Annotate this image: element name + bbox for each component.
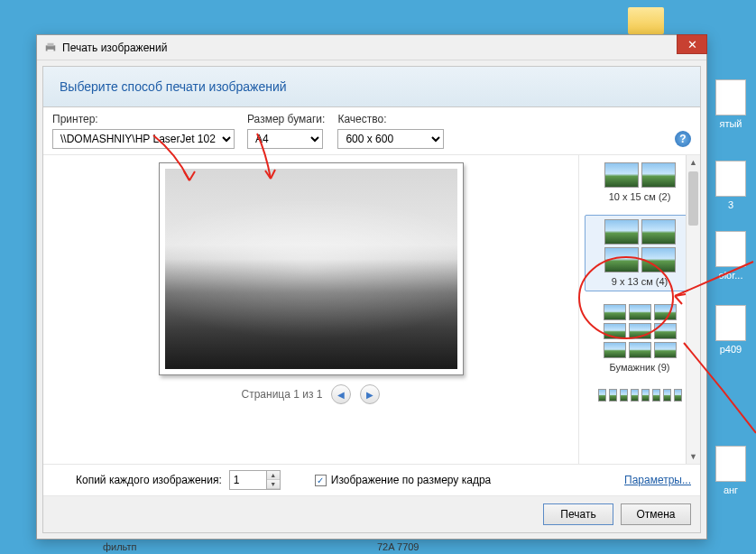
layout-option-wallet[interactable]: Бумажник (9) bbox=[585, 300, 695, 376]
page-preview bbox=[159, 162, 464, 375]
layout-thumb bbox=[588, 162, 691, 188]
fit-frame-checkbox[interactable]: ✓ bbox=[315, 475, 327, 486]
instruction-header: Выберите способ печати изображений bbox=[43, 67, 700, 107]
titlebar: Печать изображений ✕ bbox=[37, 35, 706, 60]
desktop-label: анг bbox=[709, 485, 752, 495]
layout-thumb bbox=[588, 304, 691, 358]
layout-scrollbar[interactable]: ▲ ▼ bbox=[686, 155, 700, 464]
quality-group: Качество: 600 x 600 bbox=[337, 113, 444, 149]
fit-frame-option[interactable]: ✓ Изображение по размеру кадра bbox=[315, 474, 491, 486]
main-area: Страница 1 из 1 ◀ ▶ 10 x 15 см (2) bbox=[43, 155, 700, 465]
file-icon bbox=[715, 231, 746, 267]
scroll-up-icon[interactable]: ▲ bbox=[687, 155, 700, 170]
chevron-right-icon: ▶ bbox=[366, 390, 373, 400]
printer-select[interactable]: \\DOMASHNIY\HP LaserJet 1020 bbox=[52, 129, 235, 149]
spin-up-button[interactable]: ▲ bbox=[267, 471, 280, 480]
quality-select[interactable]: 600 x 600 bbox=[337, 129, 444, 149]
footer-text-left: фильтп bbox=[103, 541, 136, 552]
desktop-label: ятый bbox=[709, 118, 752, 129]
file-icon bbox=[715, 79, 746, 115]
desktop-file-3[interactable]: olor... bbox=[709, 231, 752, 281]
copies-label: Копий каждого изображения: bbox=[76, 474, 222, 486]
options-row: Копий каждого изображения: ▲ ▼ ✓ Изображ… bbox=[43, 465, 700, 496]
desktop-folder[interactable] bbox=[624, 7, 668, 37]
file-icon bbox=[715, 446, 746, 482]
footer-text-mid: 72A 7709 bbox=[377, 541, 419, 552]
desktop-file-5[interactable]: анг bbox=[709, 446, 752, 495]
desktop-file-2[interactable]: 3 bbox=[709, 161, 752, 210]
file-icon bbox=[715, 305, 746, 341]
print-controls: Принтер: \\DOMASHNIY\HP LaserJet 1020 Ра… bbox=[43, 107, 700, 155]
layout-label: 10 x 15 см (2) bbox=[588, 191, 691, 202]
layout-thumb bbox=[589, 219, 690, 272]
printer-group: Принтер: \\DOMASHNIY\HP LaserJet 1020 bbox=[52, 113, 235, 149]
layout-thumb bbox=[588, 389, 691, 402]
page-indicator: Страница 1 из 1 bbox=[242, 388, 323, 401]
close-button[interactable]: ✕ bbox=[677, 34, 707, 54]
copies-spinner: ▲ ▼ bbox=[229, 470, 281, 490]
desktop-label: p409 bbox=[709, 344, 752, 355]
help-button[interactable]: ? bbox=[675, 131, 691, 147]
layout-label: 9 x 13 см (4) bbox=[589, 276, 690, 287]
next-page-button[interactable]: ▶ bbox=[360, 384, 380, 404]
cancel-button[interactable]: Отмена bbox=[621, 503, 691, 525]
file-icon bbox=[715, 161, 746, 197]
paper-size-select[interactable]: A4 bbox=[247, 129, 323, 149]
preview-image bbox=[165, 169, 457, 369]
desktop-label: 3 bbox=[709, 199, 752, 210]
layout-option-10x15[interactable]: 10 x 15 см (2) bbox=[585, 159, 695, 206]
chevron-left-icon: ◀ bbox=[337, 390, 345, 400]
scroll-thumb[interactable] bbox=[688, 171, 698, 226]
layout-option-9x13[interactable]: 9 x 13 см (4) bbox=[585, 215, 695, 291]
close-icon: ✕ bbox=[687, 38, 697, 51]
help-icon: ? bbox=[679, 133, 686, 145]
parameters-link[interactable]: Параметры... bbox=[624, 474, 691, 486]
print-pictures-window: Печать изображений ✕ Выберите способ печ… bbox=[36, 34, 707, 540]
window-title: Печать изображений bbox=[62, 42, 167, 54]
layout-list[interactable]: 10 x 15 см (2) 9 x 13 см (4) Бумажник (9… bbox=[579, 155, 700, 464]
printer-label: Принтер: bbox=[52, 113, 235, 125]
layout-option-contact[interactable] bbox=[585, 385, 695, 409]
spin-down-button[interactable]: ▼ bbox=[267, 480, 280, 489]
layout-label: Бумажник (9) bbox=[588, 362, 691, 373]
scroll-down-icon[interactable]: ▼ bbox=[687, 449, 700, 464]
desktop-file-4[interactable]: p409 bbox=[709, 305, 752, 355]
preview-pane: Страница 1 из 1 ◀ ▶ bbox=[43, 155, 579, 464]
desktop-file-1[interactable]: ятый bbox=[709, 79, 752, 129]
dialog-buttons: Печать Отмена bbox=[43, 496, 700, 532]
paper-group: Размер бумаги: A4 bbox=[247, 113, 325, 149]
instruction-text: Выберите способ печати изображений bbox=[60, 79, 287, 94]
fit-frame-label: Изображение по размеру кадра bbox=[331, 474, 491, 486]
desktop-label: olor... bbox=[709, 270, 752, 281]
pager: Страница 1 из 1 ◀ ▶ bbox=[242, 384, 381, 404]
svg-rect-1 bbox=[48, 42, 54, 46]
dialog-body: Выберите способ печати изображений Принт… bbox=[42, 66, 701, 533]
check-icon: ✓ bbox=[317, 476, 324, 485]
copies-input[interactable] bbox=[230, 471, 266, 489]
printer-icon bbox=[44, 42, 57, 54]
paper-label: Размер бумаги: bbox=[247, 113, 325, 125]
prev-page-button[interactable]: ◀ bbox=[331, 384, 351, 404]
folder-icon bbox=[628, 7, 664, 34]
svg-rect-2 bbox=[48, 49, 54, 52]
quality-label: Качество: bbox=[337, 113, 444, 125]
print-button[interactable]: Печать bbox=[543, 503, 613, 525]
